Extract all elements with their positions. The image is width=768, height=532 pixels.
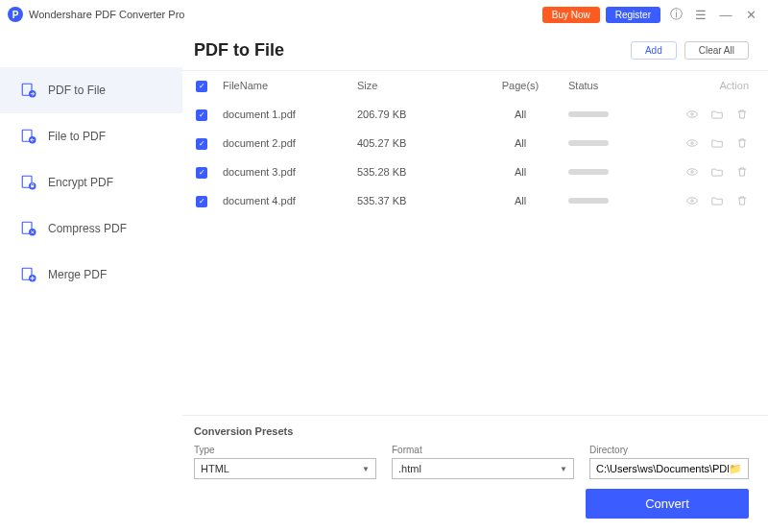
row-filename: document 4.pdf [223,195,357,206]
sidebar-item-label: Encrypt PDF [48,176,113,189]
row-checkbox[interactable]: ✓ [196,196,207,207]
register-button[interactable]: Register [606,7,660,23]
table-row[interactable]: ✓document 1.pdf206.79 KBAll [182,100,768,129]
buy-now-button[interactable]: Buy Now [542,7,600,23]
page-title: PDF to File [194,40,284,60]
main-panel: PDF to File Add Clear All ✓ FileName Siz… [182,29,768,532]
directory-label: Directory [589,445,749,455]
svg-point-14 [691,142,693,144]
sidebar: PDF to File File to PDF Encrypt PDF Comp… [0,29,182,532]
format-label: Format [392,445,574,455]
conversion-presets: Conversion Presets Type HTML ▼ Format .h… [182,415,768,532]
svg-point-11 [687,111,698,117]
row-size: 206.79 KB [357,109,472,120]
add-button[interactable]: Add [631,41,677,60]
delete-icon[interactable] [735,136,749,150]
format-select[interactable]: .html ▼ [392,458,574,479]
col-action: Action [719,80,749,91]
col-status: Status [568,80,655,91]
pdf-to-file-icon [19,81,38,100]
table-row[interactable]: ✓document 3.pdf535.28 KBAll [182,157,768,186]
svg-point-13 [687,140,698,146]
row-pages: All [472,137,568,149]
sidebar-item-file-to-pdf[interactable]: File to PDF [0,113,182,159]
type-label: Type [194,445,376,455]
type-value: HTML [201,463,229,474]
row-size: 535.28 KB [357,166,472,178]
sidebar-item-merge-pdf[interactable]: Merge PDF [0,252,182,298]
close-icon[interactable]: ✕ [741,8,760,22]
select-all-checkbox[interactable]: ✓ [196,81,207,92]
delete-icon[interactable] [735,108,749,121]
sidebar-item-encrypt-pdf[interactable]: Encrypt PDF [0,159,182,206]
status-bar [568,198,609,204]
svg-rect-6 [31,185,34,187]
clear-all-button[interactable]: Clear All [684,41,749,60]
help-icon[interactable]: ⓘ [666,6,685,23]
folder-icon[interactable] [710,165,724,179]
svg-point-12 [691,113,693,115]
status-bar [568,111,609,117]
titlebar: P Wondershare PDF Converter Pro Buy Now … [0,0,768,29]
format-value: .html [398,463,421,474]
directory-field[interactable] [596,463,729,474]
sidebar-item-pdf-to-file[interactable]: PDF to File [0,67,182,113]
preview-icon[interactable] [685,108,699,121]
row-checkbox[interactable]: ✓ [196,167,207,179]
app-title: Wondershare PDF Converter Pro [29,9,184,20]
logo-icon: P [8,7,23,22]
app-logo: P Wondershare PDF Converter Pro [8,7,184,22]
svg-point-17 [687,198,698,204]
row-checkbox[interactable]: ✓ [196,138,207,150]
preview-icon[interactable] [685,194,699,207]
svg-point-16 [691,171,693,173]
preview-icon[interactable] [685,165,699,179]
chevron-down-icon: ▼ [362,465,370,473]
table-header: ✓ FileName Size Page(s) Status Action [182,71,768,100]
compress-pdf-icon [19,219,38,238]
table-row[interactable]: ✓document 2.pdf405.27 KBAll [182,129,768,157]
sidebar-item-label: Merge PDF [48,268,107,281]
chevron-down-icon: ▼ [560,465,567,473]
encrypt-pdf-icon [19,173,38,192]
folder-icon[interactable]: 📁 [729,463,742,475]
sidebar-item-label: File to PDF [48,130,106,143]
row-pages: All [472,109,568,120]
folder-icon[interactable] [710,108,724,121]
table-row[interactable]: ✓document 4.pdf535.37 KBAll [182,186,768,215]
sidebar-item-compress-pdf[interactable]: Compress PDF [0,206,182,252]
col-pages: Page(s) [472,80,568,91]
row-filename: document 3.pdf [223,166,357,178]
status-bar [568,140,609,146]
col-size: Size [357,80,472,91]
merge-pdf-icon [19,265,38,284]
preview-icon[interactable] [685,136,699,150]
folder-icon[interactable] [710,194,724,207]
svg-point-15 [687,169,698,175]
row-size: 405.27 KB [357,137,472,149]
col-filename: FileName [223,80,357,91]
svg-point-18 [691,200,693,202]
row-pages: All [472,195,568,206]
row-pages: All [472,166,568,178]
row-filename: document 2.pdf [223,137,357,149]
minimize-icon[interactable]: — [716,8,735,22]
row-filename: document 1.pdf [223,109,357,120]
file-table: ✓ FileName Size Page(s) Status Action ✓d… [182,70,768,415]
delete-icon[interactable] [735,194,749,207]
delete-icon[interactable] [735,165,749,179]
status-bar [568,169,609,175]
convert-button[interactable]: Convert [586,489,749,519]
sidebar-item-label: Compress PDF [48,222,127,235]
row-checkbox[interactable]: ✓ [196,109,207,121]
row-size: 535.37 KB [357,195,472,206]
file-to-pdf-icon [19,127,38,146]
menu-icon[interactable]: ☰ [691,8,710,22]
folder-icon[interactable] [710,136,724,150]
presets-title: Conversion Presets [194,425,749,437]
sidebar-item-label: PDF to File [48,84,106,97]
type-select[interactable]: HTML ▼ [194,458,376,479]
directory-input[interactable]: 📁 [589,458,749,479]
